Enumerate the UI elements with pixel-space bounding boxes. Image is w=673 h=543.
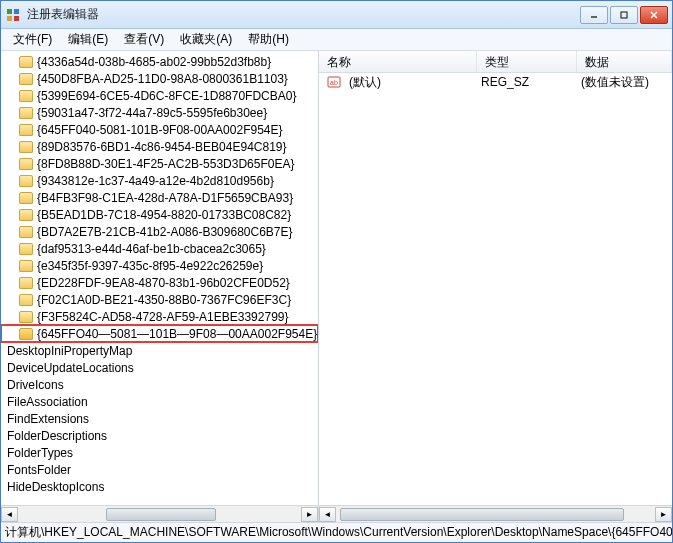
folder-icon: [19, 107, 33, 119]
tree-item-label: {8FD8B88D-30E1-4F25-AC2B-553D3D65F0EA}: [37, 157, 294, 171]
tree-item[interactable]: {F3F5824C-AD58-4728-AF59-A1EBE3392799}: [1, 308, 318, 325]
tree-item[interactable]: {5399E694-6CE5-4D6C-8FCE-1D8870FDCBA0}: [1, 87, 318, 104]
tree-item[interactable]: {450D8FBA-AD25-11D0-98A8-0800361B1103}: [1, 70, 318, 87]
tree-item[interactable]: {BD7A2E7B-21CB-41b2-A086-B309680C6B7E}: [1, 223, 318, 240]
minimize-button[interactable]: [580, 6, 608, 24]
status-path: 计算机\HKEY_LOCAL_MACHINE\SOFTWARE\Microsof…: [5, 524, 672, 541]
tree-item[interactable]: {8FD8B88D-30E1-4F25-AC2B-553D3D65F0EA}: [1, 155, 318, 172]
tree-item-label: FontsFolder: [7, 463, 71, 477]
tree-item[interactable]: {F02C1A0D-BE21-4350-88B0-7367FC96EF3C}: [1, 291, 318, 308]
menu-bar: 文件(F) 编辑(E) 查看(V) 收藏夹(A) 帮助(H): [1, 29, 672, 51]
list-pane: 名称 类型 数据 ab(默认)REG_SZ(数值未设置) ◄ ►: [319, 51, 672, 522]
folder-icon: [19, 260, 33, 272]
app-icon: [5, 7, 21, 23]
header-name[interactable]: 名称: [319, 51, 477, 72]
tree-item[interactable]: {B4FB3F98-C1EA-428d-A78A-D1F5659CBA93}: [1, 189, 318, 206]
tree-item-label: {9343812e-1c37-4a49-a12e-4b2d810d956b}: [37, 174, 274, 188]
tree-item[interactable]: {ED228FDF-9EA8-4870-83b1-96b02CFE0D52}: [1, 274, 318, 291]
tree-item[interactable]: {daf95313-e44d-46af-be1b-cbacea2c3065}: [1, 240, 318, 257]
tree-item[interactable]: DesktopIniPropertyMap: [1, 342, 318, 359]
tree-item-label: DeviceUpdateLocations: [7, 361, 134, 375]
tree-item-label: {F3F5824C-AD58-4728-AF59-A1EBE3392799}: [37, 310, 289, 324]
tree-item[interactable]: {645FFO40—5081—101B—9F08—00AA002F954E}: [1, 325, 318, 342]
tree-item[interactable]: {59031a47-3f72-44a7-89c5-5595fe6b30ee}: [1, 104, 318, 121]
tree-item-label: FolderTypes: [7, 446, 73, 460]
tree-item[interactable]: {9343812e-1c37-4a49-a12e-4b2d810d956b}: [1, 172, 318, 189]
menu-help[interactable]: 帮助(H): [240, 29, 297, 50]
string-value-icon: ab: [327, 75, 341, 89]
folder-icon: [19, 141, 33, 153]
maximize-button[interactable]: [610, 6, 638, 24]
scroll-thumb-left[interactable]: [106, 508, 216, 521]
menu-file[interactable]: 文件(F): [5, 29, 60, 50]
main-area: {4336a54d-038b-4685-ab02-99bb52d3fb8b}{4…: [1, 51, 672, 522]
menu-favorites[interactable]: 收藏夹(A): [172, 29, 240, 50]
tree-item-label: FindExtensions: [7, 412, 89, 426]
scroll-track-right[interactable]: [336, 507, 655, 522]
status-bar: 计算机\HKEY_LOCAL_MACHINE\SOFTWARE\Microsof…: [1, 522, 672, 542]
tree-item-label: {B4FB3F98-C1EA-428d-A78A-D1F5659CBA93}: [37, 191, 293, 205]
menu-edit[interactable]: 编辑(E): [60, 29, 116, 50]
tree-item-label: {F02C1A0D-BE21-4350-88B0-7367FC96EF3C}: [37, 293, 291, 307]
svg-rect-3: [14, 16, 19, 21]
scroll-thumb-right[interactable]: [340, 508, 624, 521]
tree-item-label: {e345f35f-9397-435c-8f95-4e922c26259e}: [37, 259, 263, 273]
folder-icon: [19, 294, 33, 306]
list-scroll-right-button[interactable]: ►: [655, 507, 672, 522]
tree-item[interactable]: {89D83576-6BD1-4c86-9454-BEB04E94C819}: [1, 138, 318, 155]
header-type[interactable]: 类型: [477, 51, 577, 72]
window-controls: [580, 6, 668, 24]
tree-item[interactable]: FileAssociation: [1, 393, 318, 410]
tree-item-label: {B5EAD1DB-7C18-4954-8820-01733BC08C82}: [37, 208, 291, 222]
tree-item-label: {645FFO40—5081—101B—9F08—00AA002F954E}: [37, 327, 317, 341]
scroll-track-left[interactable]: [18, 507, 301, 522]
folder-icon: [19, 56, 33, 68]
tree-item-label: {450D8FBA-AD25-11D0-98A8-0800361B1103}: [37, 72, 288, 86]
tree-item-label: {59031a47-3f72-44a7-89c5-5595fe6b30ee}: [37, 106, 267, 120]
tree-item-label: {645FF040-5081-101B-9F08-00AA002F954E}: [37, 123, 283, 137]
tree-hscrollbar: ◄ ►: [1, 505, 318, 522]
tree-item[interactable]: FolderTypes: [1, 444, 318, 461]
tree-item[interactable]: {e345f35f-9397-435c-8f95-4e922c26259e}: [1, 257, 318, 274]
tree-item-label: {89D83576-6BD1-4c86-9454-BEB04E94C819}: [37, 140, 287, 154]
svg-rect-2: [7, 16, 12, 21]
tree-item-label: {daf95313-e44d-46af-be1b-cbacea2c3065}: [37, 242, 266, 256]
folder-icon: [19, 175, 33, 187]
scroll-left-button[interactable]: ◄: [1, 507, 18, 522]
folder-icon: [19, 328, 33, 340]
svg-rect-5: [621, 12, 627, 18]
list-scroll-left-button[interactable]: ◄: [319, 507, 336, 522]
list-area[interactable]: ab(默认)REG_SZ(数值未设置): [319, 73, 672, 505]
tree-item-label: FolderDescriptions: [7, 429, 107, 443]
folder-icon: [19, 209, 33, 221]
tree-item-label: DriveIcons: [7, 378, 64, 392]
folder-icon: [19, 226, 33, 238]
folder-icon: [19, 124, 33, 136]
tree-item[interactable]: DriveIcons: [1, 376, 318, 393]
svg-rect-0: [7, 9, 12, 14]
list-row[interactable]: ab(默认)REG_SZ(数值未设置): [319, 73, 672, 91]
tree-item-label: DesktopIniPropertyMap: [7, 344, 132, 358]
folder-icon: [19, 192, 33, 204]
tree-item[interactable]: FontsFolder: [1, 461, 318, 478]
tree-item[interactable]: FindExtensions: [1, 410, 318, 427]
folder-icon: [19, 311, 33, 323]
tree-item[interactable]: FolderDescriptions: [1, 427, 318, 444]
folder-icon: [19, 158, 33, 170]
tree-item[interactable]: HideDesktopIcons: [1, 478, 318, 495]
tree-item-label: {4336a54d-038b-4685-ab02-99bb52d3fb8b}: [37, 55, 271, 69]
tree-item[interactable]: {4336a54d-038b-4685-ab02-99bb52d3fb8b}: [1, 53, 318, 70]
window-title: 注册表编辑器: [27, 6, 580, 23]
cell-type: REG_SZ: [477, 75, 577, 89]
title-bar[interactable]: 注册表编辑器: [1, 1, 672, 29]
tree-item[interactable]: DeviceUpdateLocations: [1, 359, 318, 376]
scroll-right-button[interactable]: ►: [301, 507, 318, 522]
tree-item[interactable]: {B5EAD1DB-7C18-4954-8820-01733BC08C82}: [1, 206, 318, 223]
tree-item[interactable]: {645FF040-5081-101B-9F08-00AA002F954E}: [1, 121, 318, 138]
tree-item-label: {ED228FDF-9EA8-4870-83b1-96b02CFE0D52}: [37, 276, 290, 290]
close-button[interactable]: [640, 6, 668, 24]
header-data[interactable]: 数据: [577, 51, 672, 72]
menu-view[interactable]: 查看(V): [116, 29, 172, 50]
app-window: 注册表编辑器 文件(F) 编辑(E) 查看(V) 收藏夹(A) 帮助(H) {4…: [0, 0, 673, 543]
tree-scroll[interactable]: {4336a54d-038b-4685-ab02-99bb52d3fb8b}{4…: [1, 51, 318, 505]
